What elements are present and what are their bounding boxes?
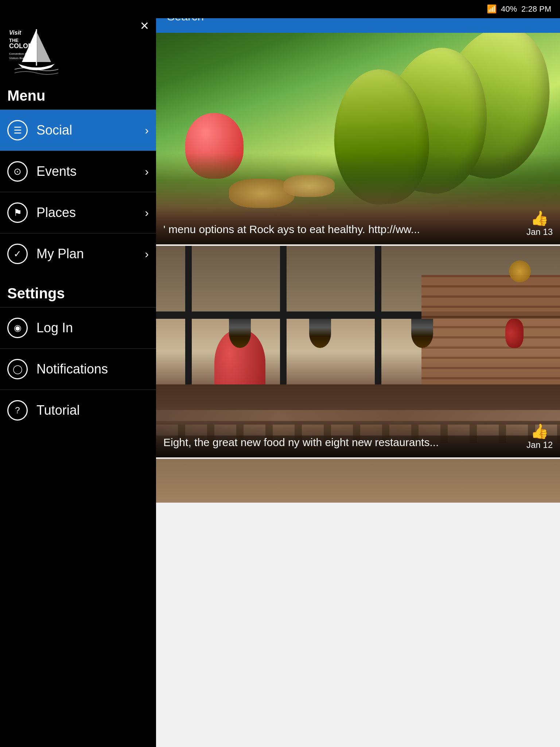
menu-item-events-label: Events xyxy=(36,164,145,179)
feed-container: ' menu options at Rock ays to eat health… xyxy=(156,33,560,747)
settings-item-notifications-label: Notifications xyxy=(36,361,108,377)
settings-item-login-label: Log In xyxy=(36,320,73,336)
myplan-icon: ✓ xyxy=(7,244,28,264)
svg-marker-1 xyxy=(37,33,51,62)
settings-item-notifications[interactable]: ◯ Notifications xyxy=(0,348,156,390)
settings-label: Settings xyxy=(0,274,156,307)
feed-card-3[interactable] xyxy=(156,459,560,503)
card2-like-area[interactable]: 👍 Jan 12 xyxy=(526,423,553,450)
svg-text:COLONY: COLONY xyxy=(9,42,37,50)
social-icon: ☰ xyxy=(7,120,28,140)
menu-item-myplan[interactable]: ✓ My Plan › xyxy=(0,233,156,274)
card2-caption: Eight, the great new food ny with eight … xyxy=(156,420,560,457)
settings-item-tutorial-label: Tutorial xyxy=(36,403,80,418)
tutorial-icon: ? xyxy=(7,400,28,421)
time-display: 2:28 PM xyxy=(521,4,551,14)
feed-card-1[interactable]: ' menu options at Rock ays to eat health… xyxy=(156,33,560,244)
menu-label: Menu xyxy=(0,84,156,109)
feed-card-2[interactable]: Eight, the great new food ny with eight … xyxy=(156,246,560,457)
wifi-icon: 📶 xyxy=(487,4,497,14)
card1-like-icon[interactable]: 👍 xyxy=(530,210,549,227)
svg-text:Visitors Bureau: Visitors Bureau xyxy=(9,57,29,60)
events-chevron-icon: › xyxy=(145,165,149,178)
menu-item-social[interactable]: ☰ Social › xyxy=(0,109,156,151)
card1-date: Jan 13 xyxy=(526,227,553,237)
settings-item-login[interactable]: ◉ Log In xyxy=(0,307,156,348)
card2-caption-text: Eight, the great new food ny with eight … xyxy=(163,435,553,450)
menu-item-social-label: Social xyxy=(36,123,145,138)
card2-like-icon[interactable]: 👍 xyxy=(530,423,549,440)
menu-item-myplan-label: My Plan xyxy=(36,246,145,262)
card1-caption-text: ' menu options at Rock ays to eat health… xyxy=(163,222,553,237)
notifications-icon: ◯ xyxy=(7,359,28,379)
login-icon: ◉ xyxy=(7,318,28,338)
social-chevron-icon: › xyxy=(145,124,149,137)
card3-image xyxy=(156,459,560,503)
events-icon: ⊙ xyxy=(7,161,28,182)
menu-item-events[interactable]: ⊙ Events › xyxy=(0,151,156,192)
card1-like-area[interactable]: 👍 Jan 13 xyxy=(526,210,553,237)
card2-date: Jan 12 xyxy=(526,440,553,450)
card1-caption: ' menu options at Rock ays to eat health… xyxy=(156,207,560,244)
status-bar-right: 📶 40% 2:28 PM xyxy=(487,4,551,14)
menu-item-places[interactable]: ⚑ Places › xyxy=(0,192,156,233)
social-feed-panel: ' menu options at Rock ays to eat health… xyxy=(156,0,560,747)
app-logo: Visit THE COLONY Convention & Visitors B… xyxy=(7,22,80,77)
settings-item-tutorial[interactable]: ? Tutorial xyxy=(0,390,156,431)
places-chevron-icon: › xyxy=(145,206,149,220)
places-icon: ⚑ xyxy=(7,202,28,223)
svg-text:Visit: Visit xyxy=(9,30,22,36)
status-bar: 📶 40% 2:28 PM xyxy=(0,0,560,18)
close-button[interactable]: × xyxy=(140,18,149,33)
battery-text: 40% xyxy=(501,4,517,14)
myplan-chevron-icon: › xyxy=(145,247,149,261)
menu-item-places-label: Places xyxy=(36,205,145,220)
left-panel-menu: × Visit THE COLONY Convention & Visitors xyxy=(0,0,156,747)
svg-text:Convention &: Convention & xyxy=(9,52,27,55)
